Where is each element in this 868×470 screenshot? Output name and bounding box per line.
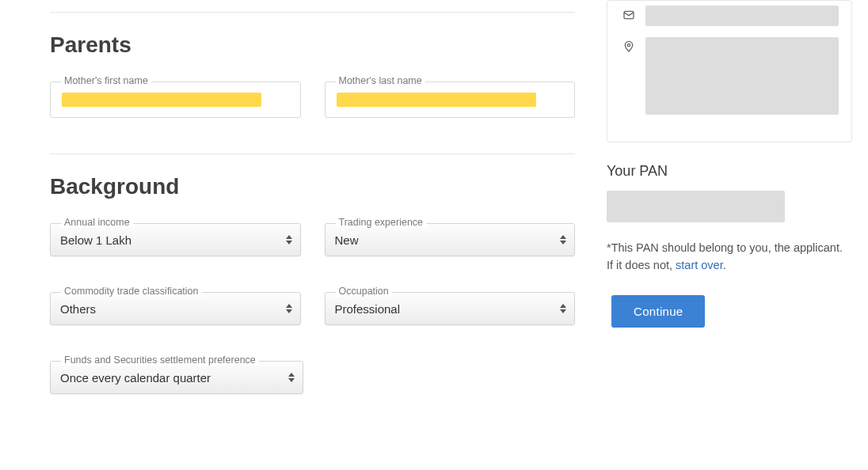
commodity-classification-select[interactable]: Others xyxy=(50,292,301,325)
pan-placeholder xyxy=(607,191,785,222)
masked-value xyxy=(62,93,261,107)
pan-title: Your PAN xyxy=(607,163,852,180)
chevron-updown-icon xyxy=(560,235,566,244)
email-placeholder xyxy=(645,6,839,26)
field-label: Annual income xyxy=(61,217,133,228)
field-label: Trading experience xyxy=(336,217,427,228)
address-placeholder xyxy=(645,37,839,115)
chevron-updown-icon xyxy=(288,373,295,382)
sidebar: Your PAN *This PAN should belong to you,… xyxy=(607,0,852,470)
section-title-parents: Parents xyxy=(50,32,575,58)
chevron-updown-icon xyxy=(286,235,292,244)
field-settlement-preference: Funds and Securities settlement preferen… xyxy=(50,361,303,394)
start-over-link[interactable]: start over xyxy=(676,259,723,271)
field-label: Commodity trade classification xyxy=(61,286,202,297)
select-value: Professional xyxy=(335,302,401,316)
occupation-select[interactable]: Professional xyxy=(325,292,576,325)
annual-income-select[interactable]: Below 1 Lakh xyxy=(50,223,301,256)
field-annual-income: Annual income Below 1 Lakh xyxy=(50,223,301,256)
field-mother-last-name: Mother's last name xyxy=(325,81,576,118)
chevron-updown-icon xyxy=(286,304,292,313)
field-occupation: Occupation Professional xyxy=(325,292,576,325)
pan-note: *This PAN should belong to you, the appl… xyxy=(607,240,852,275)
field-mother-first-name: Mother's first name xyxy=(50,81,301,118)
section-title-background: Background xyxy=(50,174,575,199)
mother-last-name-input[interactable] xyxy=(325,81,576,118)
field-label: Mother's first name xyxy=(61,75,151,86)
mail-icon xyxy=(620,6,638,21)
select-value: New xyxy=(335,233,359,247)
pan-section: Your PAN *This PAN should belong to you,… xyxy=(607,163,852,328)
divider xyxy=(50,154,575,154)
select-value: Once every calendar quarter xyxy=(60,371,211,385)
trading-experience-select[interactable]: New xyxy=(325,223,576,256)
mother-first-name-input[interactable] xyxy=(50,81,301,118)
select-value: Others xyxy=(60,302,96,316)
field-commodity-classification: Commodity trade classification Others xyxy=(50,292,301,325)
summary-card xyxy=(607,0,852,142)
divider xyxy=(50,12,575,13)
pan-note-suffix: . xyxy=(723,259,726,271)
masked-value xyxy=(337,93,536,107)
location-icon xyxy=(620,37,638,53)
main-form: Parents Mother's first name Mother's las… xyxy=(50,0,575,470)
field-trading-experience: Trading experience New xyxy=(325,223,576,256)
settlement-preference-select[interactable]: Once every calendar quarter xyxy=(50,361,303,394)
field-label: Funds and Securities settlement preferen… xyxy=(61,354,259,366)
continue-button[interactable]: Continue xyxy=(611,295,705,328)
svg-point-1 xyxy=(627,44,630,46)
chevron-updown-icon xyxy=(560,304,566,313)
field-label: Occupation xyxy=(336,286,392,297)
select-value: Below 1 Lakh xyxy=(60,233,131,247)
field-label: Mother's last name xyxy=(336,75,425,86)
